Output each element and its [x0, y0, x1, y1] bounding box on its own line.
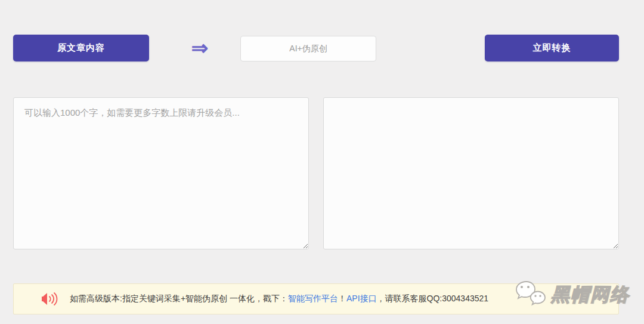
api-link[interactable]: API接口 [346, 294, 377, 303]
result-text-output[interactable] [323, 97, 619, 249]
mode-box: AI+伪原创 [240, 36, 376, 61]
convert-now-button[interactable]: 立即转换 [485, 35, 619, 61]
source-content-button[interactable]: 原文章内容 [13, 35, 149, 61]
arrow-right-icon: ⇒ [182, 36, 218, 61]
notice-suffix: ，请联系客服QQ:3004343521 [377, 294, 489, 303]
ai-rewrite-page: 原文章内容 ⇒ AI+伪原创 立即转换 如需高级版本:指定关键词采集+智能伪原创… [0, 0, 644, 324]
speaker-icon [41, 292, 58, 306]
notice-text: 如需高级版本:指定关键词采集+智能伪原创 一体化，戳下：智能写作平台！API接口… [70, 294, 488, 304]
notice-separator: ！ [338, 294, 346, 303]
source-text-input[interactable] [13, 97, 309, 249]
notice-prefix: 如需高级版本:指定关键词采集+智能伪原创 一体化，戳下： [70, 294, 288, 303]
smart-writing-platform-link[interactable]: 智能写作平台 [288, 294, 338, 303]
mode-label: AI+伪原创 [289, 44, 327, 54]
notice-bar: 如需高级版本:指定关键词采集+智能伪原创 一体化，戳下：智能写作平台！API接口… [13, 283, 619, 314]
